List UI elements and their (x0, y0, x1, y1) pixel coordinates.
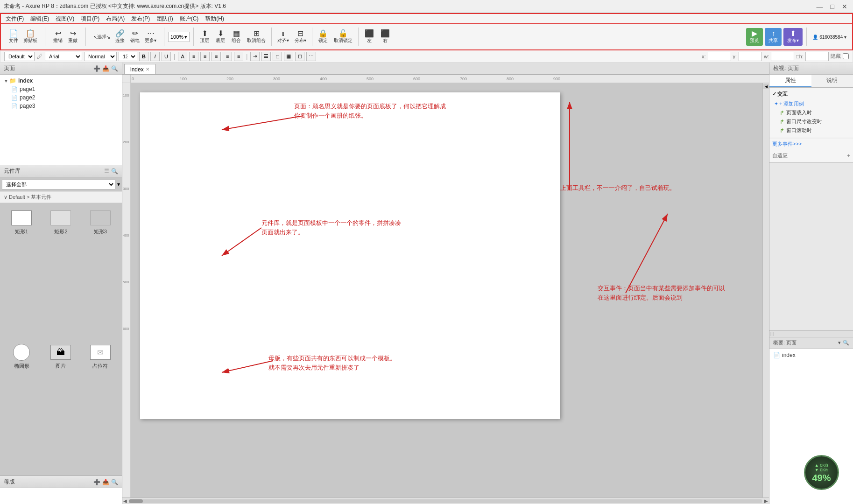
font-color-button[interactable]: A (178, 52, 187, 61)
toolbar-ungroup-btn[interactable]: ⊞ 取消组合 (245, 29, 268, 45)
masters-add-icon[interactable]: ➕ (93, 479, 100, 485)
tab-notes[interactable]: 说明 (811, 75, 853, 87)
component-filter-dropdown[interactable]: 选择全部 (2, 179, 115, 189)
component-rect1[interactable]: 矩形1 (4, 207, 39, 337)
toolbar-lock[interactable]: 🔒 锁定 (316, 29, 330, 45)
event-window-scroll[interactable]: ↱ 窗口滚动时 (772, 126, 850, 135)
align-justify-button[interactable]: ≡ (234, 52, 243, 61)
menu-project[interactable]: 项目(P) (78, 14, 102, 24)
outline-index-item[interactable]: 📄 index (771, 351, 851, 359)
size-dropdown[interactable]: 13 (119, 52, 137, 61)
toolbar-undo[interactable]: ↩ 撤销 (51, 29, 65, 45)
component-rect3[interactable]: 矩形3 (83, 207, 118, 337)
highlight-button[interactable]: ≡ (189, 52, 198, 61)
more-format-button[interactable]: ⋯ (306, 52, 316, 61)
component-circle[interactable]: 椭圆形 (4, 341, 39, 472)
toolbar-clipboard[interactable]: 📋 剪贴板 (21, 29, 39, 45)
masters-search-icon[interactable]: 🔍 (111, 479, 118, 485)
add-example-link[interactable]: ✦ + 添加用例 (772, 99, 850, 108)
menu-layout[interactable]: 布局(A) (103, 14, 127, 24)
adaptive-expand-icon[interactable]: + (847, 153, 850, 159)
toolbar-redo[interactable]: ↪ 重做 (66, 29, 80, 45)
component-rect2[interactable]: 矩形2 (43, 207, 78, 337)
menu-view[interactable]: 视图(V) (53, 14, 77, 24)
minimize-button[interactable]: — (815, 3, 825, 10)
menu-file[interactable]: 文件(F) (3, 14, 27, 24)
align-right-button[interactable]: ≡ (223, 52, 232, 61)
pages-index-item[interactable]: ▼ 📁 index (2, 77, 120, 85)
component-placeholder[interactable]: ✉ 占位符 (83, 341, 118, 472)
toolbar-pen[interactable]: ✏ 钢笔 (128, 29, 142, 45)
toolbar-bottom-layer[interactable]: ⬇ 底层 (213, 29, 227, 45)
canvas-tab-index[interactable]: index ✕ (124, 64, 155, 74)
indent-button[interactable]: ⇥ (250, 52, 260, 61)
outline-filter-icon[interactable]: ▾ (838, 340, 841, 346)
toolbar-connect[interactable]: 🔗 连接 (113, 29, 127, 45)
style-dropdown[interactable]: Default (4, 52, 35, 61)
toolbar-share[interactable]: ↑ 共享 (765, 28, 782, 46)
event-page-load[interactable]: ↱ 页面载入时 (772, 108, 850, 117)
toolbar-align[interactable]: ⫾ 对齐▾ (275, 29, 291, 45)
toolbar-more[interactable]: ⋯ 更多▾ (143, 29, 158, 45)
toolbar-new-file[interactable]: 📄 文件 (7, 29, 21, 45)
tab-properties[interactable]: 属性 (769, 75, 811, 87)
menu-edit[interactable]: 编辑(E) (28, 14, 52, 24)
y-input[interactable] (739, 52, 762, 61)
masters-import-icon[interactable]: 📥 (102, 479, 109, 485)
canvas-area[interactable]: 页面：顾名思义就是你要的页面底板了，何以把它理解成你要制作一个画册的纸张。 元件… (131, 83, 762, 497)
menu-account[interactable]: 账户(C) (177, 14, 202, 24)
maximize-button[interactable]: □ (829, 3, 836, 10)
weight-dropdown[interactable]: Normal (84, 52, 117, 61)
border-button[interactable]: □ (273, 52, 282, 61)
outline-search-icon[interactable]: 🔍 (843, 340, 849, 346)
pages-import-icon[interactable]: 📥 (102, 65, 109, 72)
bold-button[interactable]: B (139, 52, 148, 61)
font-dropdown[interactable]: Arial (45, 52, 82, 61)
toolbar-distribute[interactable]: ⊟ 分布▾ (293, 29, 308, 45)
toolbar-select[interactable]: ↖选择↘ (92, 33, 112, 41)
canvas-collapse-btn[interactable]: ◀ (763, 84, 769, 89)
pages-search-icon[interactable]: 🔍 (111, 65, 118, 72)
toolbar-left-align[interactable]: ⬛ 左 (362, 29, 376, 45)
hidden-checkbox[interactable] (843, 53, 849, 59)
underline-button[interactable]: U (162, 52, 171, 61)
toolbar-right-align[interactable]: ⬛ 右 (378, 29, 392, 45)
bullet-button[interactable]: ☰ (261, 52, 271, 61)
fill-button[interactable]: ▦ (284, 52, 293, 61)
annotation-interaction: 交互事件：页面当中有某些需要添加事件的可以在这里面进行绑定。后面会说到 (598, 284, 725, 302)
zoom-dropdown[interactable]: 100% ▾ (168, 32, 190, 42)
scroll-right-btn[interactable]: ▶ (764, 498, 768, 504)
ruler-800: 800 (507, 77, 514, 81)
shadow-button[interactable]: ◻ (295, 52, 304, 61)
h-input[interactable] (805, 52, 829, 61)
component-image[interactable]: 🏔 图片 (43, 341, 78, 472)
scroll-left-btn[interactable]: ◀ (123, 498, 127, 504)
italic-button[interactable]: I (150, 52, 160, 61)
w-input[interactable] (771, 52, 794, 61)
toolbar-group-btn[interactable]: ▦ 组合 (229, 29, 243, 45)
toolbar-preview[interactable]: ▶ 预览 (746, 28, 763, 46)
pages-add-icon[interactable]: ➕ (93, 65, 100, 72)
menu-publish[interactable]: 发布(P) (128, 14, 153, 24)
scroll-thumb-h[interactable] (129, 499, 143, 503)
menu-help[interactable]: 帮助(H) (202, 14, 227, 24)
event-window-resize[interactable]: ↱ 窗口尺寸改变时 (772, 117, 850, 126)
align-left-button[interactable]: ≡ (200, 52, 210, 61)
canvas-tab-close[interactable]: ✕ (146, 67, 149, 72)
toolbar-user[interactable]: 👤 616038584 ▾ (811, 34, 848, 41)
pages-page1-item[interactable]: 📄 page1 (2, 85, 120, 93)
align-center-button[interactable]: ≡ (211, 52, 221, 61)
component-search-icon[interactable]: 🔍 (111, 168, 118, 175)
pages-page3-item[interactable]: 📄 page3 (2, 102, 120, 110)
close-button[interactable]: ✕ (840, 3, 849, 10)
more-events-link[interactable]: 更多事件>>> (769, 138, 853, 149)
component-menu-icon[interactable]: ☰ (104, 168, 109, 175)
scroll-track-h[interactable] (129, 499, 762, 503)
pages-page2-item[interactable]: 📄 page2 (2, 93, 120, 102)
x-input[interactable] (708, 52, 731, 61)
toolbar-publish[interactable]: ⬆ 发布▾ (783, 28, 803, 46)
toolbar-unlock[interactable]: 🔓 取消锁定 (332, 29, 354, 45)
toolbar-top-layer[interactable]: ⬆ 顶层 (197, 29, 211, 45)
format-separator-1: | (174, 53, 175, 60)
menu-team[interactable]: 团队(I) (154, 14, 176, 24)
